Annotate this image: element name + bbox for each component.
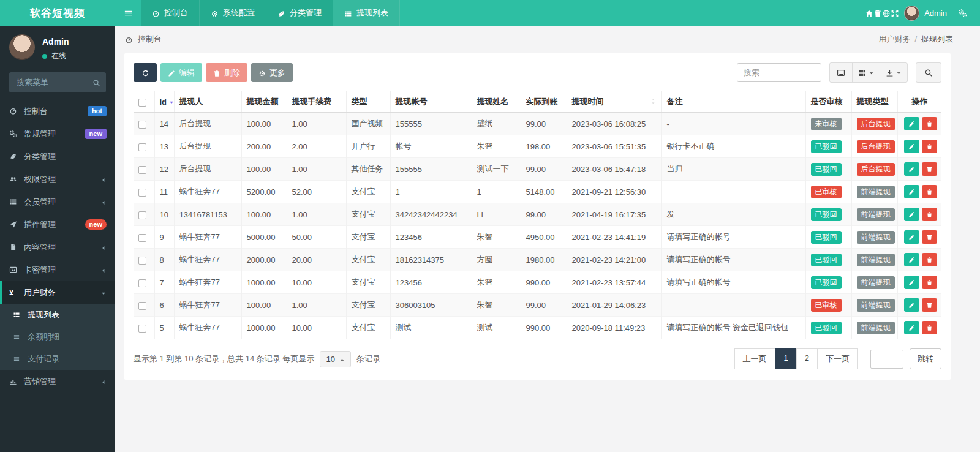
- edit-row-button[interactable]: [904, 276, 919, 289]
- row-checkbox[interactable]: [138, 234, 146, 242]
- select-all-checkbox[interactable]: [138, 99, 146, 107]
- column-header[interactable]: 提现手续费: [287, 91, 346, 113]
- per-page-select[interactable]: 10: [320, 351, 350, 367]
- nav-tab-3[interactable]: 提现列表: [333, 0, 400, 26]
- nav-tab-1[interactable]: 系统配置: [200, 0, 266, 26]
- edit-row-button[interactable]: [904, 117, 919, 130]
- column-header[interactable]: 提现金额: [241, 91, 287, 113]
- edit-row-button[interactable]: [904, 140, 919, 153]
- delete-row-button[interactable]: [922, 162, 937, 176]
- menu-badge: hot: [88, 106, 107, 116]
- column-header[interactable]: 操作: [897, 91, 941, 113]
- row-checkbox[interactable]: [138, 211, 146, 219]
- column-header[interactable]: Id: [154, 91, 174, 113]
- cell-id: 13: [154, 135, 174, 158]
- sidebar-item-0[interactable]: 控制台hot: [0, 100, 115, 122]
- export-button[interactable]: [880, 62, 908, 83]
- row-checkbox[interactable]: [138, 325, 146, 333]
- sidebar-subitem[interactable]: 支付记录: [0, 348, 115, 370]
- column-header[interactable]: 类型: [346, 91, 390, 113]
- next-page-button[interactable]: 下一页: [817, 348, 858, 369]
- cell-amount: 1000.00: [241, 317, 287, 339]
- columns-button[interactable]: [852, 62, 880, 83]
- sidebar-item-8[interactable]: ¥用户财务: [0, 281, 115, 304]
- delete-row-button[interactable]: [922, 140, 937, 153]
- sidebar-item-4[interactable]: 会员管理: [0, 190, 115, 213]
- sidebar-item-6[interactable]: 内容管理: [0, 236, 115, 258]
- menu-search-input[interactable]: [9, 72, 106, 92]
- cell-amount: 2000.00: [241, 249, 287, 271]
- search-button[interactable]: [916, 62, 941, 83]
- row-checkbox[interactable]: [138, 189, 146, 197]
- edit-row-button[interactable]: [904, 208, 919, 221]
- more-button[interactable]: 更多: [251, 63, 293, 82]
- column-header[interactable]: 备注: [662, 91, 805, 113]
- nav-tab-2[interactable]: 分类管理: [266, 0, 333, 26]
- sidebar-item-2[interactable]: 分类管理: [0, 145, 115, 168]
- table-search-input[interactable]: [737, 63, 821, 82]
- cell-actual: 1980.00: [521, 249, 567, 271]
- sidebar-item-7[interactable]: 卡密管理: [0, 258, 115, 281]
- sidebar-item-3[interactable]: 权限管理: [0, 168, 115, 190]
- column-header[interactable]: 提现时间: [567, 91, 662, 113]
- sidebar-toggle-button[interactable]: [115, 0, 141, 26]
- row-checkbox[interactable]: [138, 279, 146, 287]
- column-header[interactable]: 是否审核: [805, 91, 851, 113]
- edit-row-button[interactable]: [904, 185, 919, 198]
- delete-button[interactable]: 删除: [206, 63, 247, 82]
- delete-row-button[interactable]: [922, 117, 937, 130]
- edit-row-button[interactable]: [904, 162, 919, 176]
- page-button-1[interactable]: 1: [775, 348, 797, 369]
- refresh-button[interactable]: [134, 63, 157, 82]
- sidebar-subitem[interactable]: 提现列表: [0, 304, 115, 326]
- row-checkbox[interactable]: [138, 143, 146, 151]
- breadcrumb-left[interactable]: 控制台: [138, 34, 162, 45]
- trash-icon: [213, 68, 221, 77]
- delete-row-button[interactable]: [922, 276, 937, 289]
- row-checkbox[interactable]: [138, 302, 146, 310]
- sidebar-item-1[interactable]: 常规管理new: [0, 122, 115, 145]
- cell-type: 支付宝: [346, 181, 390, 203]
- edit-row-button[interactable]: [904, 298, 919, 312]
- column-header[interactable]: 提现人: [174, 91, 241, 113]
- trash-icon[interactable]: [873, 8, 882, 17]
- jump-button[interactable]: 跳转: [910, 348, 941, 369]
- column-header[interactable]: 提现帐号: [390, 91, 472, 113]
- cell-remark: [662, 294, 805, 317]
- edit-row-button[interactable]: [904, 230, 919, 244]
- delete-row-button[interactable]: [922, 298, 937, 312]
- delete-row-button[interactable]: [922, 208, 937, 221]
- breadcrumb-link[interactable]: 用户财务: [878, 34, 910, 43]
- row-checkbox[interactable]: [138, 121, 146, 129]
- gears-icon[interactable]: [952, 8, 973, 18]
- language-icon[interactable]: [882, 8, 891, 17]
- column-header[interactable]: 实际到账: [521, 91, 567, 113]
- sidebar-search: [9, 72, 106, 92]
- row-checkbox[interactable]: [138, 257, 146, 265]
- home-icon[interactable]: [865, 8, 873, 17]
- column-header[interactable]: 提现姓名: [472, 91, 521, 113]
- delete-row-button[interactable]: [922, 253, 937, 266]
- sidebar-subitem[interactable]: 余额明细: [0, 326, 115, 348]
- edit-button[interactable]: 编辑: [160, 63, 202, 82]
- user-menu[interactable]: Admin: [904, 6, 947, 21]
- edit-row-button[interactable]: [904, 321, 919, 334]
- sidebar-item-9[interactable]: 营销管理: [0, 370, 115, 393]
- row-checkbox[interactable]: [138, 166, 146, 174]
- delete-row-button[interactable]: [922, 230, 937, 244]
- fullscreen-icon[interactable]: [891, 8, 899, 17]
- online-dot-icon: [42, 54, 47, 59]
- prev-page-button[interactable]: 上一页: [734, 348, 775, 369]
- delete-row-button[interactable]: [922, 185, 937, 198]
- breadcrumb-link[interactable]: 提现列表: [921, 34, 953, 43]
- edit-row-button[interactable]: [904, 253, 919, 266]
- jump-page-input[interactable]: [870, 350, 903, 369]
- toggle-view-button[interactable]: [829, 62, 853, 83]
- sidebar-menu: 控制台hot常规管理new分类管理权限管理会员管理插件管理new内容管理卡密管理…: [0, 100, 115, 452]
- cell-id: 11: [154, 181, 174, 203]
- page-button-2[interactable]: 2: [796, 348, 818, 369]
- sidebar-item-5[interactable]: 插件管理new: [0, 213, 115, 236]
- column-header[interactable]: 提现类型: [851, 91, 897, 113]
- delete-row-button[interactable]: [922, 321, 937, 334]
- nav-tab-0[interactable]: 控制台: [141, 0, 200, 26]
